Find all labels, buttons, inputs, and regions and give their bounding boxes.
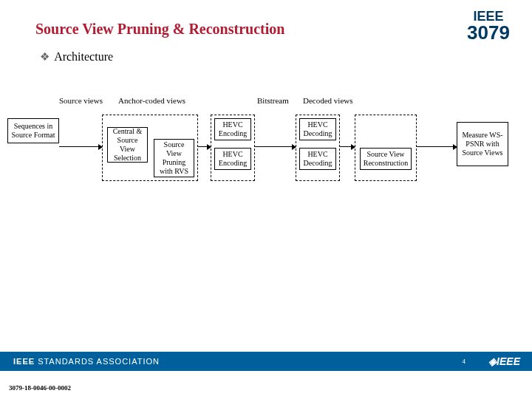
footer-sa: IEEE STANDARDS ASSOCIATION [13,357,160,366]
footer-sa-bold: IEEE [13,357,35,366]
label-anchor-coded: Anchor-coded views [118,96,185,105]
page-number: 4 [463,358,466,365]
ieee-3079-logo: IEEE 3079 [461,9,516,41]
box-central-selection: Central & Source View Selection [107,127,148,163]
arrow-2 [198,146,211,148]
arrow-1 [59,146,102,148]
bullet-icon: ❖ [40,51,50,63]
box-reconstruction: Source View Reconstruction [360,148,412,170]
subhead-text: Architecture [54,50,113,63]
box-hevc-dec-top: HEVC Decoding [299,118,336,140]
box-sequences: Sequences in Source Format [7,118,59,143]
box-hevc-dec-bot: HEVC Decoding [299,148,336,170]
box-hevc-enc-bot: HEVC Encoding [214,148,251,170]
label-bitstream: Bitstream [257,96,289,105]
arrow-5 [417,146,457,148]
label-source-views: Source views [59,96,103,105]
arrow-4 [340,146,355,148]
footer-sa-rest: STANDARDS ASSOCIATION [35,357,160,366]
section-subhead: ❖ Architecture [40,50,113,64]
architecture-diagram: Source views Anchor-coded views Bitstrea… [7,74,525,207]
page-title: Source View Pruning & Reconstruction [35,21,284,38]
label-decoded: Decoded views [303,96,353,105]
box-measure: Measure WS-PSNR with Source Views [457,122,508,166]
logo-number: 3079 [461,24,516,41]
box-hevc-enc-top: HEVC Encoding [214,118,251,140]
ieee-footer-logo: ◈IEEE [488,355,520,367]
box-pruning: Source View Pruning with RVS [154,139,194,177]
document-number: 3079-18-0046-00-0002 [9,384,71,392]
arrow-3 [255,146,296,148]
footer-bar: IEEE STANDARDS ASSOCIATION 4 ◈IEEE [0,352,532,371]
